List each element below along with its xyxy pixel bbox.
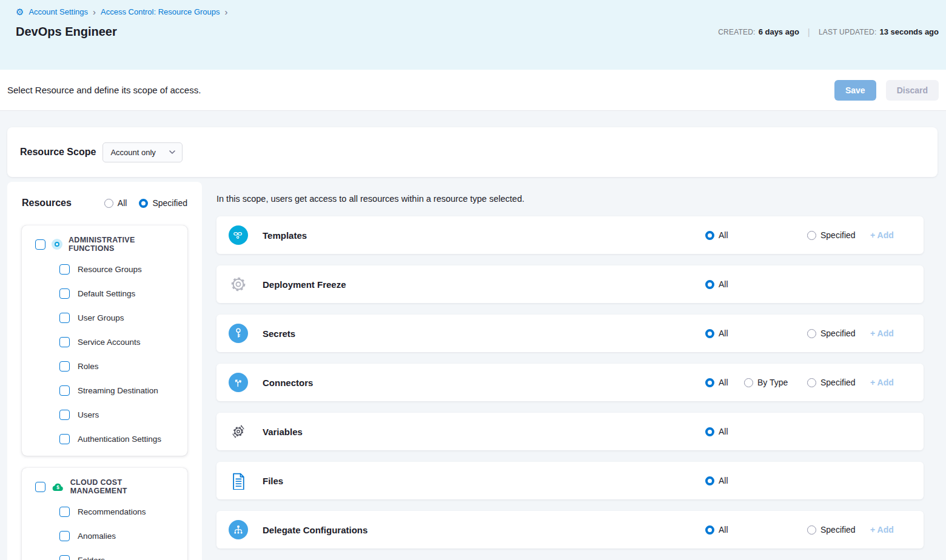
delegate-configurations-add-link[interactable]: + Add (870, 525, 899, 535)
last-updated-value: 13 seconds ago (879, 27, 939, 36)
templates-icon (229, 225, 248, 245)
connectors-radio-by-type[interactable]: By Type (744, 378, 807, 387)
created-value: 6 days ago (759, 27, 799, 36)
item-checkbox[interactable] (59, 531, 70, 541)
deployment-freeze-radio-all[interactable]: All (705, 279, 744, 289)
resource-row-delegate-configurations: Delegate Configurations All Specified + … (216, 511, 924, 548)
files-icon (229, 471, 248, 490)
radio-selected-icon[interactable] (705, 427, 714, 436)
radio-selected-icon[interactable] (705, 280, 714, 289)
item-checkbox[interactable] (59, 507, 70, 517)
resources-radio-all[interactable]: All (104, 198, 127, 208)
item-checkbox[interactable] (59, 555, 70, 560)
connectors-icon (229, 373, 248, 392)
radio-selected-icon[interactable] (705, 525, 714, 535)
last-updated-label: LAST UPDATED: (819, 28, 877, 36)
group-checkbox[interactable] (35, 482, 45, 492)
resources-title: Resources (22, 198, 72, 208)
created-label: CREATED: (718, 28, 755, 36)
radio-unselected-icon[interactable] (807, 231, 816, 240)
resource-row-files: Files All (216, 462, 924, 499)
resource-name: Templates (263, 230, 307, 241)
settings-gear-icon: ⚙ (16, 7, 24, 16)
item-checkbox[interactable] (59, 434, 70, 444)
resource-row-deployment-freeze: Deployment Freeze All (216, 265, 924, 303)
item-checkbox[interactable] (59, 264, 70, 275)
secrets-radio-all[interactable]: All (705, 328, 744, 338)
breadcrumb-separator: › (225, 7, 228, 16)
sidebar-item-folders[interactable]: Folders (59, 548, 180, 560)
templates-add-link[interactable]: + Add (870, 230, 899, 240)
files-radio-all[interactable]: All (705, 476, 744, 485)
templates-radio-specified[interactable]: Specified (807, 230, 870, 240)
radio-unselected-icon[interactable] (807, 525, 816, 535)
item-checkbox[interactable] (59, 361, 70, 372)
sidebar-item-default-settings[interactable]: Default Settings (59, 281, 180, 305)
sidebar-item-resource-groups[interactable]: Resource Groups (59, 257, 180, 281)
resource-name: Variables (263, 427, 303, 437)
breadcrumb-separator: › (93, 7, 96, 16)
radio-unselected-icon[interactable] (807, 378, 816, 387)
variables-radio-all[interactable]: All (705, 427, 744, 436)
delegate-configurations-icon (229, 520, 248, 539)
sidebar-item-streaming-destination[interactable]: Streaming Destination (59, 378, 180, 402)
resources-sidebar: Resources All Specified ADMINISTRATIVE F… (7, 182, 202, 560)
scope-info-text: In this scope, users get access to all r… (216, 194, 924, 204)
radio-unselected-icon[interactable] (807, 329, 816, 338)
item-checkbox[interactable] (59, 410, 70, 420)
sidebar-item-authentication-settings[interactable]: Authentication Settings (59, 427, 180, 451)
sidebar-item-users[interactable]: Users (59, 402, 180, 427)
connectors-radio-specified[interactable]: Specified (807, 378, 870, 387)
resource-scope-dropdown[interactable]: Account only (102, 142, 183, 162)
resource-row-variables: Variables All (216, 413, 924, 450)
breadcrumb-resource-groups[interactable]: Access Control: Resource Groups (101, 7, 220, 16)
breadcrumb-account-settings[interactable]: Account Settings (29, 7, 88, 16)
templates-radio-all[interactable]: All (705, 230, 744, 240)
radio-selected-icon[interactable] (705, 476, 714, 485)
resource-scope-selected-value: Account only (110, 148, 155, 157)
breadcrumb: ⚙ Account Settings › Access Control: Res… (16, 7, 939, 16)
connectors-add-link[interactable]: + Add (870, 378, 899, 387)
sidebar-item-user-groups[interactable]: User Groups (59, 305, 180, 330)
cloud-cost-icon: $ (52, 482, 64, 492)
item-checkbox[interactable] (59, 288, 70, 299)
sidebar-item-anomalies[interactable]: Anomalies (59, 524, 180, 548)
resource-type-list: In this scope, users get access to all r… (202, 182, 946, 560)
radio-selected-icon[interactable] (705, 231, 714, 240)
item-checkbox[interactable] (59, 313, 70, 323)
resource-scope-label: Resource Scope (20, 147, 96, 158)
secrets-radio-specified[interactable]: Specified (807, 328, 870, 338)
resource-scope-card: Resource Scope Account only (7, 127, 938, 177)
resource-row-templates: Templates All Specified + Add (216, 216, 924, 254)
sidebar-item-recommendations[interactable]: Recommendations (59, 499, 180, 524)
radio-selected-icon[interactable] (139, 199, 148, 208)
group-administrative-functions: ADMINISTRATIVE FUNCTIONS Resource Groups… (22, 225, 187, 456)
group-checkbox[interactable] (35, 239, 45, 250)
radio-selected-icon[interactable] (705, 329, 714, 338)
group-label: CLOUD COST MANAGEMENT (70, 478, 180, 495)
radio-unselected-icon[interactable] (744, 378, 753, 387)
item-checkbox[interactable] (59, 385, 70, 396)
timestamp-divider: | (808, 27, 810, 37)
connectors-radio-all[interactable]: All (705, 378, 744, 387)
resource-name: Secrets (263, 328, 295, 339)
variables-icon (229, 422, 248, 441)
item-checkbox[interactable] (59, 337, 70, 347)
resource-name: Deployment Freeze (263, 279, 346, 290)
sidebar-item-service-accounts[interactable]: Service Accounts (59, 330, 180, 354)
radio-selected-icon[interactable] (705, 378, 714, 387)
discard-button[interactable]: Discard (886, 80, 939, 101)
resource-name: Delegate Configurations (263, 525, 367, 535)
sidebar-item-roles[interactable]: Roles (59, 354, 180, 378)
secrets-add-link[interactable]: + Add (870, 328, 899, 338)
page-header: ⚙ Account Settings › Access Control: Res… (0, 0, 946, 70)
delegate-configurations-radio-specified[interactable]: Specified (807, 525, 870, 535)
resources-radio-specified[interactable]: Specified (139, 198, 187, 208)
group-cloud-cost-management: $ CLOUD COST MANAGEMENT Recommendations … (22, 468, 187, 560)
resource-row-connectors: Connectors All By Type Specified + Add (216, 364, 924, 401)
resource-name: Files (263, 476, 283, 486)
delegate-configurations-radio-all[interactable]: All (705, 525, 744, 535)
secrets-icon (229, 324, 248, 343)
save-button[interactable]: Save (834, 80, 876, 101)
radio-unselected-icon[interactable] (104, 199, 113, 208)
